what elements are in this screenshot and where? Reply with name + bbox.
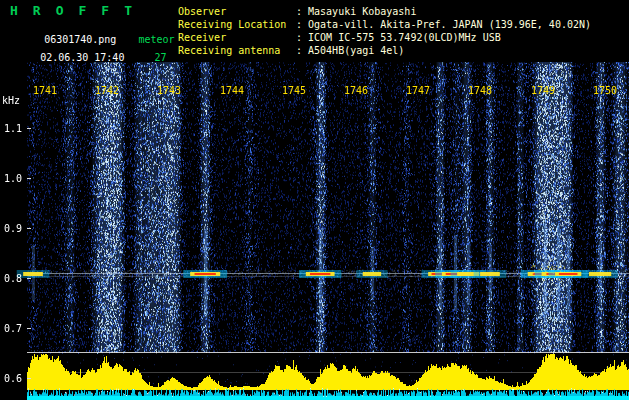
freq-tick-1-0: 1.0 (4, 173, 22, 184)
location-value: : Ogata-vill. Akita-Pref. JAPAN (139.96E… (296, 18, 591, 31)
station-info: Observer: Masayuki Kobayashi Receiving L… (178, 5, 591, 57)
time-tick-1744: 1744 (220, 85, 244, 96)
freq-tick-0-6: 0.6 (4, 373, 22, 384)
freq-tick-0-9: 0.9 (4, 223, 22, 234)
time-tick-1745: 1745 (282, 85, 306, 96)
freq-tick-1-1: 1.1 (4, 123, 22, 134)
location-label: Receiving Location (178, 18, 296, 31)
antenna-value: : A504HB(yagi 4el) (296, 44, 404, 57)
freq-tick-0-8: 0.8 (4, 273, 22, 284)
antenna-label: Receiving antenna (178, 44, 296, 57)
observer-label: Observer (178, 5, 296, 18)
time-tick-1742: 1742 (95, 85, 119, 96)
freq-tick-0-7: 0.7 (4, 323, 22, 334)
info-row-location: Receiving Location: Ogata-vill. Akita-Pr… (178, 18, 591, 31)
receiver-label: Receiver (178, 31, 296, 44)
time-tick-1743: 1743 (157, 85, 181, 96)
app-title: HROFFT (10, 3, 147, 18)
time-tick-1749: 1749 (531, 85, 555, 96)
time-tick-1741: 1741 (33, 85, 57, 96)
time-tick-1746: 1746 (344, 85, 368, 96)
hrofft-screen: HROFFT 06301740.pngmeteor 02.06.30 17:40… (0, 0, 629, 400)
time-tick-1750: 1750 (593, 85, 617, 96)
spectrogram-canvas (0, 62, 629, 400)
info-row-receiver: Receiver: ICOM IC-575 53.7492(0LCD)MHz U… (178, 31, 591, 44)
info-row-antenna: Receiving antenna: A504HB(yagi 4el) (178, 44, 591, 57)
header: HROFFT 06301740.pngmeteor 02.06.30 17:40… (0, 0, 629, 62)
receiver-value: : ICOM IC-575 53.7492(0LCD)MHz USB (296, 31, 501, 44)
freq-axis-unit: kHz (2, 95, 20, 106)
time-tick-1748: 1748 (468, 85, 492, 96)
spectrogram-area: kHz 1.1 1.0 0.9 0.8 0.7 0.6 1741 1742 17… (0, 62, 629, 400)
info-row-observer: Observer: Masayuki Kobayashi (178, 5, 591, 18)
time-tick-1747: 1747 (406, 85, 430, 96)
observer-value: : Masayuki Kobayashi (296, 5, 416, 18)
